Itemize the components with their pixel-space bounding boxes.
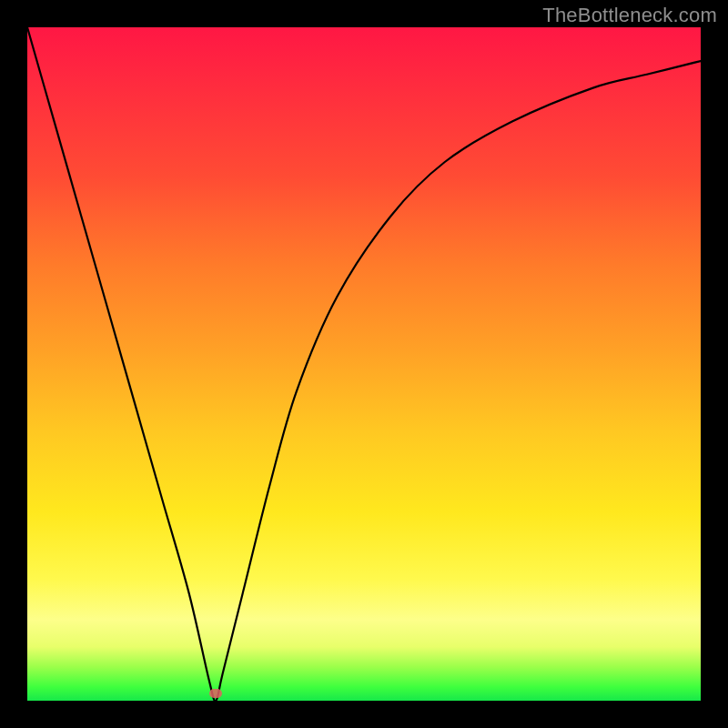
curve-path xyxy=(27,27,701,701)
bottleneck-curve xyxy=(27,27,701,701)
minimum-marker xyxy=(209,689,222,698)
watermark-text: TheBottleneck.com xyxy=(542,4,717,27)
chart-frame: TheBottleneck.com xyxy=(0,0,728,728)
plot-area xyxy=(27,27,701,701)
